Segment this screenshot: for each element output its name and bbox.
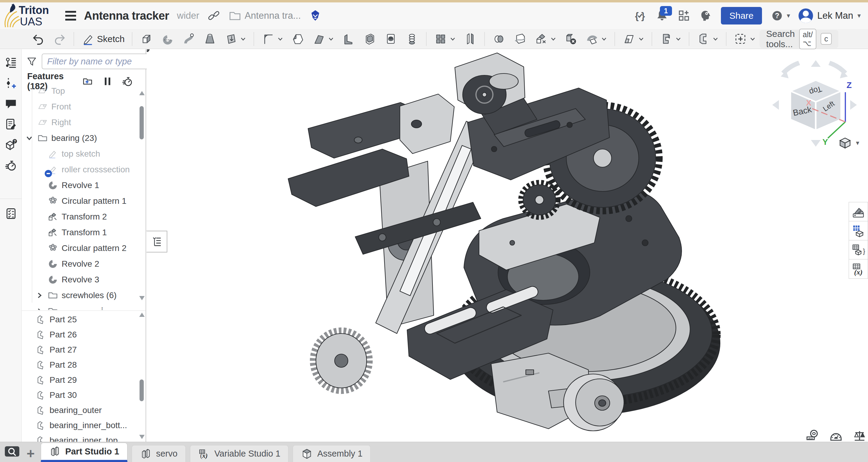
part-list-item[interactable]: Part 28 [22,357,146,373]
where-used-rail-button[interactable]: ? [4,138,18,153]
expander-open[interactable] [25,134,34,143]
feature-tree-item[interactable]: Circular pattern 2 [22,240,146,256]
scroll-down-arrow[interactable] [139,296,145,300]
create-version-rail-button[interactable] [4,77,18,91]
feature-tree-item[interactable]: roller crosssection [22,162,146,177]
delete-part-tool-button[interactable] [560,31,581,47]
tab-part-studio-1[interactable]: Part Studio 1 [41,443,127,462]
linear-pattern-tool-button[interactable] [401,31,423,47]
view-options-button[interactable]: ▾ [838,136,859,150]
performance-rail-button[interactable] [4,159,18,173]
collapse-feature-list-button[interactable] [146,231,167,253]
link-icon[interactable] [207,9,220,22]
feature-tree-item[interactable]: ⁞ [22,303,146,310]
workspace-label[interactable]: wider [177,10,199,21]
mirror-tool-button[interactable] [430,31,460,47]
sketch-tool-button[interactable]: Sketch [78,31,128,47]
add-tab-button[interactable]: + [27,447,35,460]
scrollbar-thumb[interactable] [140,379,144,401]
tab-assembly-1[interactable]: Assembly 1 [293,445,371,462]
feature-tree-item[interactable]: Circular pattern 1 [22,193,146,209]
appearance-panel-button[interactable] [849,202,868,221]
insert-tool-button[interactable] [730,31,760,47]
part-list-item[interactable]: Part 25 [22,312,146,327]
loft-tool-button[interactable] [199,31,220,47]
antenna-tracker-model[interactable] [147,49,868,442]
rib-tool-button[interactable] [338,31,359,47]
breadcrumb[interactable]: Antenna tra... [228,9,301,22]
rotate-cw-arrow[interactable] [829,61,847,75]
feature-tree-item[interactable]: Transform 2 [22,209,146,225]
slot-tool-button[interactable] [460,31,481,47]
feature-tree-item[interactable]: Revolve 3 [22,272,146,288]
chamfer-tool-button[interactable] [287,31,308,47]
variables-panel-button[interactable]: (x) [849,259,868,279]
configurations-panel-button[interactable] [849,221,868,240]
feature-tree-item[interactable]: screwholes (6) [22,288,146,303]
feature-tree-item[interactable]: Right [22,115,146,130]
part-list-item[interactable]: Part 30 [22,387,146,403]
scroll-up-arrow[interactable] [139,313,145,317]
tab-servo[interactable]: servo [132,445,186,462]
hole-tool-button[interactable] [380,31,401,47]
draft-tool-button[interactable] [308,31,338,47]
transform-tool-button[interactable] [531,31,560,47]
part-list-item[interactable]: Part 26 [22,327,146,342]
mass-properties-button[interactable] [852,429,867,442]
action-items-rail-button[interactable] [4,207,18,221]
undo-tool-button[interactable] [28,31,49,47]
user-menu[interactable]: Lek Man ▾ [799,8,861,23]
app-store-icon[interactable] [677,9,691,22]
tab-variable-studio-1[interactable]: x)(Variable Studio 1 [190,445,289,462]
shell-tool-button[interactable] [359,31,380,47]
kebab-menu-icon[interactable]: ⁞ [101,310,103,310]
filter-icon[interactable] [26,56,37,67]
revolve-tool-button[interactable] [157,31,178,47]
share-button[interactable]: Share [721,7,762,25]
sweep-tool-button[interactable] [178,31,199,47]
expander-closed[interactable] [35,291,44,300]
document-title[interactable]: Antenna tracker [84,9,169,22]
rotate-up-arrow[interactable] [811,60,820,67]
part-list-item[interactable]: bearing_inner_top [22,433,146,442]
scrollbar-thumb[interactable] [140,106,144,139]
part-list-item[interactable]: bearing_outer [22,403,146,418]
part-list-item[interactable]: Part 27 [22,342,146,357]
protractor-button[interactable] [829,429,843,442]
new-folder-icon[interactable] [82,75,94,87]
search-tools-button[interactable]: Search tools... alt/⌥ c [760,30,838,48]
move-face-tool-button[interactable] [581,31,611,47]
rotate-left-arrow[interactable] [772,100,779,110]
part-list-item[interactable]: bearing_inner_bott... [22,418,146,433]
comments-rail-button[interactable] [4,97,18,112]
part-list-item[interactable]: Part 29 [22,373,146,387]
rotate-right-arrow[interactable] [850,100,857,110]
feature-tree-item[interactable]: top sketch [22,146,146,162]
help-menu[interactable]: ? ▾ [770,9,790,22]
extrude-tool-button[interactable] [136,31,157,47]
labels-icon[interactable] [309,9,322,22]
graphics-viewport[interactable]: Top Back Left Z Y X ▾ }(x) [147,49,868,442]
feature-tree-item[interactable]: Front [22,99,146,115]
feature-tree-item[interactable]: bearing (23) [22,130,146,146]
surface-tool-button[interactable] [619,31,648,47]
feature-tree-item[interactable]: Top [22,88,146,99]
hamburger-menu-icon[interactable] [65,11,76,21]
learning-center-icon[interactable] [699,9,712,22]
expander-closed[interactable] [35,307,44,310]
custom-tables-panel-button[interactable]: } [849,240,868,259]
feature-tree-item[interactable]: Revolve 1 [22,177,146,193]
thicken-tool-button[interactable] [220,31,250,47]
frame-tool-button[interactable] [693,31,722,47]
split-tool-button[interactable] [509,31,531,47]
suspend-rebuild-icon[interactable] [101,75,114,87]
versions-rail-button[interactable] [4,56,18,70]
tree-scrollbar[interactable] [139,89,144,309]
tape-measure-button[interactable] [805,429,820,442]
fillet-tool-button[interactable] [258,31,287,47]
rotate-down-arrow[interactable] [811,140,820,147]
notes-rail-button[interactable] [4,118,18,132]
rotate-ccw-arrow[interactable] [781,61,800,75]
parts-scrollbar[interactable] [139,311,144,442]
scroll-up-arrow[interactable] [139,91,145,95]
